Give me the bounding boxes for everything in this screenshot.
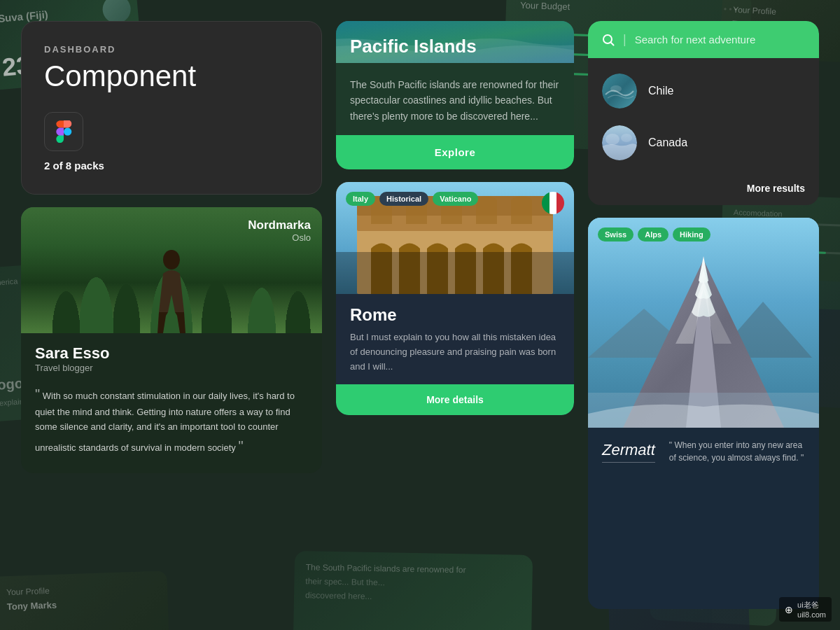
blogger-location: Nordmarka Oslo [248, 218, 311, 243]
figma-icon-container [44, 112, 83, 151]
blogger-card: Nordmarka Oslo Sara Esso Travel blogger … [21, 207, 322, 473]
blogger-info: Sara Esso Travel blogger " With so much … [21, 333, 322, 457]
search-card: | Search for next adventure [588, 21, 819, 205]
blogger-place: Nordmarka [248, 218, 311, 232]
matterhorn-card: Swiss Alps Hiking Zermatt " When you ent… [588, 218, 819, 609]
chile-name: Chile [648, 85, 673, 97]
tag-historical: Historical [379, 192, 428, 206]
left-column: DASHBOARD Component 2 of 8 packs [21, 21, 322, 609]
tag-italy: Italy [346, 192, 375, 206]
blogger-name: Sara Esso [35, 344, 308, 363]
rome-card: Italy Historical Vaticano Rome But I mus… [336, 182, 574, 414]
search-placeholder-text: Search for next adventure [635, 34, 805, 46]
tag-vaticano: Vaticano [433, 192, 478, 206]
search-bar[interactable]: | Search for next adventure [588, 21, 819, 58]
pack-count: 2 of 8 packs [44, 160, 299, 172]
pacific-title-container: Pacific Islands [350, 36, 477, 57]
pacific-title: Pacific Islands [350, 36, 477, 57]
dashboard-label: DASHBOARD [44, 44, 299, 55]
figma-logo [52, 120, 75, 143]
svg-rect-6 [336, 252, 574, 294]
middle-column: Pacific Islands The South Pacific island… [336, 21, 574, 609]
rome-description: But I must explain to you how all this m… [350, 330, 560, 374]
more-details-button[interactable]: More details [336, 384, 574, 415]
canada-image [602, 125, 637, 160]
dashboard-card: DASHBOARD Component 2 of 8 packs [21, 21, 322, 195]
mountain-svg [588, 218, 819, 428]
pacific-card: Pacific Islands The South Pacific island… [336, 21, 574, 169]
zermatt-quote: " When you enter into any new area of sc… [669, 439, 805, 464]
rome-body: Rome But I must explain to you how all t… [336, 294, 574, 374]
right-column: | Search for next adventure [588, 21, 819, 609]
rome-title: Rome [350, 305, 560, 325]
explore-button[interactable]: Explore [336, 135, 574, 169]
tag-alps: Alps [638, 227, 668, 241]
tag-swiss: Swiss [598, 227, 634, 241]
blogger-image: Nordmarka Oslo [21, 207, 322, 333]
matterhorn-image: Swiss Alps Hiking [588, 218, 819, 428]
search-results-list: Chile [588, 58, 819, 176]
pacific-body: The South Pacific islands are renowned f… [336, 63, 574, 124]
svg-point-7 [603, 35, 612, 43]
pacific-header-image: Pacific Islands [336, 21, 574, 63]
dashboard-title: Component [44, 60, 299, 92]
italy-flag [542, 192, 564, 214]
svg-point-12 [621, 134, 632, 142]
watermark-line2: uil8.com [797, 610, 826, 619]
more-results-link[interactable]: More results [588, 176, 819, 205]
canada-avatar [602, 125, 637, 160]
chile-avatar [602, 74, 637, 108]
mountain-tags-container: Swiss Alps Hiking [598, 227, 710, 241]
main-content: DASHBOARD Component 2 of 8 packs [0, 0, 840, 630]
tag-hiking: Hiking [673, 227, 710, 241]
search-divider: | [623, 32, 626, 47]
search-result-canada[interactable]: Canada [588, 117, 819, 169]
search-result-chile[interactable]: Chile [588, 65, 819, 117]
open-quote: " [35, 386, 40, 402]
rome-tags-container: Italy Historical Vaticano [346, 192, 478, 206]
watermark-line1: ui老爸 [797, 600, 826, 610]
watermark-icon: ⊕ [785, 604, 793, 615]
blogger-role: Travel blogger [35, 363, 308, 373]
matterhorn-footer: Zermatt " When you enter into any new ar… [588, 428, 819, 475]
svg-point-9 [610, 85, 622, 92]
blogger-quote: " With so much constant stimulation in o… [35, 383, 308, 457]
pacific-description: The South Pacific islands are renowned f… [350, 77, 560, 124]
rome-image: Italy Historical Vaticano [336, 182, 574, 294]
canada-name: Canada [648, 136, 687, 149]
blogger-city: Oslo [248, 232, 311, 243]
watermark: ⊕ ui老爸 uil8.com [779, 597, 832, 622]
quote-text: With so much constant stimulation in our… [35, 391, 295, 453]
svg-rect-14 [588, 393, 819, 428]
person-silhouette [144, 242, 200, 333]
zermatt-title: Zermatt [602, 441, 655, 463]
watermark-text-container: ui老爸 uil8.com [797, 600, 826, 619]
svg-point-0 [163, 250, 180, 270]
close-quote: " [238, 438, 243, 454]
chile-image [602, 74, 637, 108]
search-icon [602, 34, 615, 46]
svg-point-11 [606, 134, 620, 145]
